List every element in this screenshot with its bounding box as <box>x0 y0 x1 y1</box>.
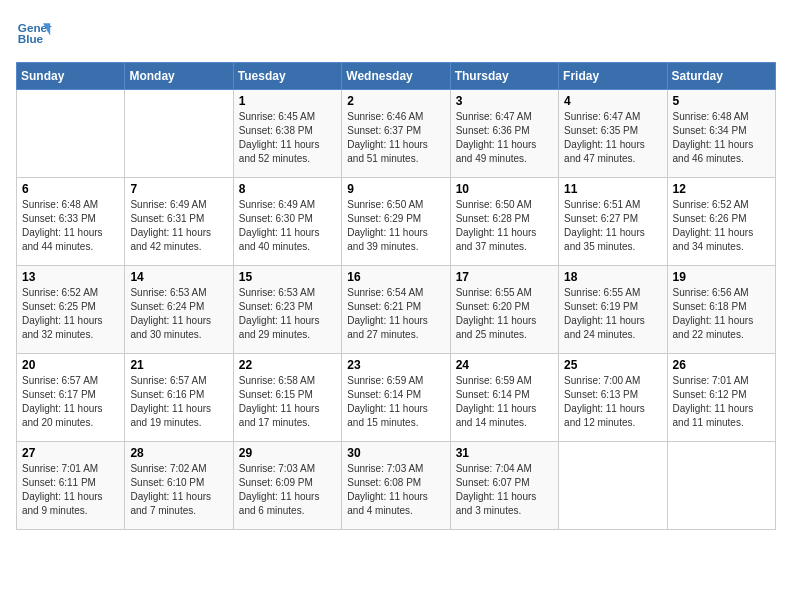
day-detail: Sunrise: 6:53 AM Sunset: 6:23 PM Dayligh… <box>239 286 336 342</box>
day-number: 1 <box>239 94 336 108</box>
day-detail: Sunrise: 7:01 AM Sunset: 6:11 PM Dayligh… <box>22 462 119 518</box>
day-detail: Sunrise: 7:00 AM Sunset: 6:13 PM Dayligh… <box>564 374 661 430</box>
day-detail: Sunrise: 6:57 AM Sunset: 6:17 PM Dayligh… <box>22 374 119 430</box>
day-number: 21 <box>130 358 227 372</box>
day-number: 17 <box>456 270 553 284</box>
col-header-wednesday: Wednesday <box>342 63 450 90</box>
calendar-cell: 19Sunrise: 6:56 AM Sunset: 6:18 PM Dayli… <box>667 266 775 354</box>
day-detail: Sunrise: 7:01 AM Sunset: 6:12 PM Dayligh… <box>673 374 770 430</box>
day-detail: Sunrise: 7:03 AM Sunset: 6:08 PM Dayligh… <box>347 462 444 518</box>
calendar-cell: 23Sunrise: 6:59 AM Sunset: 6:14 PM Dayli… <box>342 354 450 442</box>
day-number: 2 <box>347 94 444 108</box>
calendar-week-4: 20Sunrise: 6:57 AM Sunset: 6:17 PM Dayli… <box>17 354 776 442</box>
calendar-table: SundayMondayTuesdayWednesdayThursdayFrid… <box>16 62 776 530</box>
day-detail: Sunrise: 6:59 AM Sunset: 6:14 PM Dayligh… <box>456 374 553 430</box>
day-number: 16 <box>347 270 444 284</box>
day-detail: Sunrise: 6:48 AM Sunset: 6:34 PM Dayligh… <box>673 110 770 166</box>
day-number: 10 <box>456 182 553 196</box>
day-detail: Sunrise: 6:59 AM Sunset: 6:14 PM Dayligh… <box>347 374 444 430</box>
day-detail: Sunrise: 6:58 AM Sunset: 6:15 PM Dayligh… <box>239 374 336 430</box>
logo: General Blue <box>16 16 52 52</box>
calendar-header-row: SundayMondayTuesdayWednesdayThursdayFrid… <box>17 63 776 90</box>
day-number: 15 <box>239 270 336 284</box>
day-detail: Sunrise: 6:48 AM Sunset: 6:33 PM Dayligh… <box>22 198 119 254</box>
day-number: 30 <box>347 446 444 460</box>
day-number: 26 <box>673 358 770 372</box>
calendar-cell <box>125 90 233 178</box>
day-number: 18 <box>564 270 661 284</box>
day-number: 22 <box>239 358 336 372</box>
svg-text:Blue: Blue <box>18 32 44 45</box>
day-detail: Sunrise: 6:55 AM Sunset: 6:19 PM Dayligh… <box>564 286 661 342</box>
calendar-cell: 6Sunrise: 6:48 AM Sunset: 6:33 PM Daylig… <box>17 178 125 266</box>
col-header-tuesday: Tuesday <box>233 63 341 90</box>
day-detail: Sunrise: 6:53 AM Sunset: 6:24 PM Dayligh… <box>130 286 227 342</box>
day-detail: Sunrise: 6:57 AM Sunset: 6:16 PM Dayligh… <box>130 374 227 430</box>
day-detail: Sunrise: 7:03 AM Sunset: 6:09 PM Dayligh… <box>239 462 336 518</box>
col-header-sunday: Sunday <box>17 63 125 90</box>
calendar-cell: 24Sunrise: 6:59 AM Sunset: 6:14 PM Dayli… <box>450 354 558 442</box>
calendar-week-2: 6Sunrise: 6:48 AM Sunset: 6:33 PM Daylig… <box>17 178 776 266</box>
calendar-cell: 29Sunrise: 7:03 AM Sunset: 6:09 PM Dayli… <box>233 442 341 530</box>
day-detail: Sunrise: 6:51 AM Sunset: 6:27 PM Dayligh… <box>564 198 661 254</box>
calendar-cell: 5Sunrise: 6:48 AM Sunset: 6:34 PM Daylig… <box>667 90 775 178</box>
day-number: 27 <box>22 446 119 460</box>
calendar-cell: 2Sunrise: 6:46 AM Sunset: 6:37 PM Daylig… <box>342 90 450 178</box>
day-detail: Sunrise: 6:49 AM Sunset: 6:30 PM Dayligh… <box>239 198 336 254</box>
calendar-cell: 16Sunrise: 6:54 AM Sunset: 6:21 PM Dayli… <box>342 266 450 354</box>
day-number: 12 <box>673 182 770 196</box>
calendar-cell: 25Sunrise: 7:00 AM Sunset: 6:13 PM Dayli… <box>559 354 667 442</box>
day-detail: Sunrise: 6:50 AM Sunset: 6:28 PM Dayligh… <box>456 198 553 254</box>
calendar-cell: 12Sunrise: 6:52 AM Sunset: 6:26 PM Dayli… <box>667 178 775 266</box>
day-number: 14 <box>130 270 227 284</box>
day-detail: Sunrise: 6:50 AM Sunset: 6:29 PM Dayligh… <box>347 198 444 254</box>
col-header-thursday: Thursday <box>450 63 558 90</box>
day-detail: Sunrise: 7:04 AM Sunset: 6:07 PM Dayligh… <box>456 462 553 518</box>
calendar-cell: 18Sunrise: 6:55 AM Sunset: 6:19 PM Dayli… <box>559 266 667 354</box>
day-detail: Sunrise: 6:52 AM Sunset: 6:26 PM Dayligh… <box>673 198 770 254</box>
day-detail: Sunrise: 6:46 AM Sunset: 6:37 PM Dayligh… <box>347 110 444 166</box>
day-detail: Sunrise: 6:52 AM Sunset: 6:25 PM Dayligh… <box>22 286 119 342</box>
logo-icon: General Blue <box>16 16 52 52</box>
calendar-cell: 9Sunrise: 6:50 AM Sunset: 6:29 PM Daylig… <box>342 178 450 266</box>
day-detail: Sunrise: 6:45 AM Sunset: 6:38 PM Dayligh… <box>239 110 336 166</box>
page-header: General Blue <box>16 16 776 52</box>
day-number: 28 <box>130 446 227 460</box>
calendar-cell: 4Sunrise: 6:47 AM Sunset: 6:35 PM Daylig… <box>559 90 667 178</box>
day-detail: Sunrise: 6:49 AM Sunset: 6:31 PM Dayligh… <box>130 198 227 254</box>
calendar-cell: 14Sunrise: 6:53 AM Sunset: 6:24 PM Dayli… <box>125 266 233 354</box>
day-number: 24 <box>456 358 553 372</box>
calendar-cell <box>559 442 667 530</box>
day-detail: Sunrise: 6:55 AM Sunset: 6:20 PM Dayligh… <box>456 286 553 342</box>
calendar-cell: 27Sunrise: 7:01 AM Sunset: 6:11 PM Dayli… <box>17 442 125 530</box>
day-number: 25 <box>564 358 661 372</box>
calendar-week-1: 1Sunrise: 6:45 AM Sunset: 6:38 PM Daylig… <box>17 90 776 178</box>
calendar-cell: 28Sunrise: 7:02 AM Sunset: 6:10 PM Dayli… <box>125 442 233 530</box>
col-header-monday: Monday <box>125 63 233 90</box>
day-number: 7 <box>130 182 227 196</box>
day-number: 31 <box>456 446 553 460</box>
col-header-friday: Friday <box>559 63 667 90</box>
calendar-cell: 22Sunrise: 6:58 AM Sunset: 6:15 PM Dayli… <box>233 354 341 442</box>
day-number: 20 <box>22 358 119 372</box>
day-number: 23 <box>347 358 444 372</box>
calendar-cell: 15Sunrise: 6:53 AM Sunset: 6:23 PM Dayli… <box>233 266 341 354</box>
day-detail: Sunrise: 6:47 AM Sunset: 6:36 PM Dayligh… <box>456 110 553 166</box>
day-detail: Sunrise: 6:54 AM Sunset: 6:21 PM Dayligh… <box>347 286 444 342</box>
day-number: 8 <box>239 182 336 196</box>
day-number: 9 <box>347 182 444 196</box>
day-number: 6 <box>22 182 119 196</box>
calendar-cell: 26Sunrise: 7:01 AM Sunset: 6:12 PM Dayli… <box>667 354 775 442</box>
calendar-cell: 30Sunrise: 7:03 AM Sunset: 6:08 PM Dayli… <box>342 442 450 530</box>
day-detail: Sunrise: 6:56 AM Sunset: 6:18 PM Dayligh… <box>673 286 770 342</box>
calendar-week-3: 13Sunrise: 6:52 AM Sunset: 6:25 PM Dayli… <box>17 266 776 354</box>
day-number: 5 <box>673 94 770 108</box>
day-number: 11 <box>564 182 661 196</box>
calendar-cell: 20Sunrise: 6:57 AM Sunset: 6:17 PM Dayli… <box>17 354 125 442</box>
calendar-cell <box>667 442 775 530</box>
day-number: 13 <box>22 270 119 284</box>
calendar-cell <box>17 90 125 178</box>
day-number: 4 <box>564 94 661 108</box>
calendar-week-5: 27Sunrise: 7:01 AM Sunset: 6:11 PM Dayli… <box>17 442 776 530</box>
day-number: 19 <box>673 270 770 284</box>
